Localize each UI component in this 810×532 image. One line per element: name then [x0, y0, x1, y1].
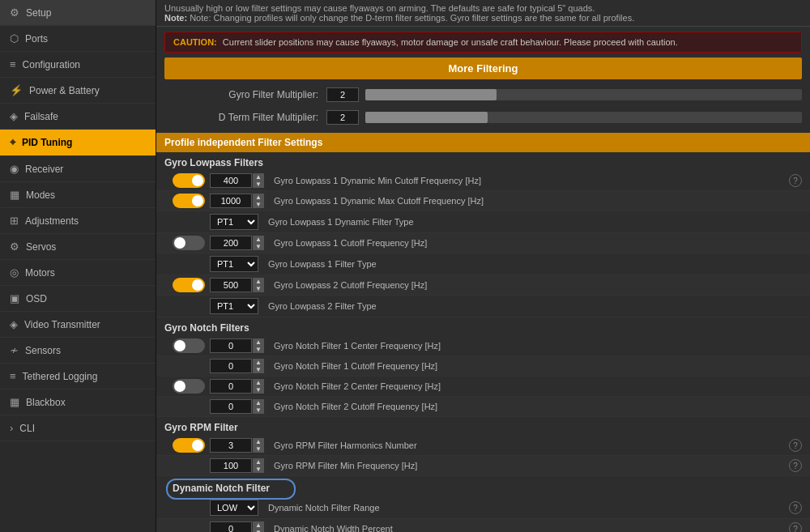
spinner-down[interactable]: ▼	[253, 366, 264, 373]
help-icon[interactable]: ?	[789, 439, 802, 452]
filter-row: ▲ ▼ Gyro Notch Filter 1 Center Frequency…	[156, 336, 810, 356]
filter-select[interactable]: LOW	[210, 500, 258, 516]
spinner-down[interactable]: ▼	[253, 445, 264, 453]
filter-description: Gyro Lowpass 1 Cutoff Frequency [Hz]	[271, 238, 789, 248]
spinner-up[interactable]: ▲	[253, 338, 264, 346]
filter-description: Gyro Lowpass 1 Filter Type	[265, 259, 789, 269]
spinner-down[interactable]: ▼	[253, 466, 264, 473]
filter-row: ▲ ▼ Gyro Lowpass 1 Dynamic Min Cutoff Fr…	[156, 171, 810, 191]
filter-value-input[interactable]	[210, 236, 252, 250]
spinner[interactable]: ▲ ▼	[253, 359, 264, 373]
filter-description: Gyro Notch Filter 2 Cutoff Frequency [Hz…	[271, 402, 789, 411]
gyro-rpm-header: Gyro RPM Filter	[156, 417, 810, 436]
spinner-up[interactable]: ▲	[253, 278, 264, 285]
toggle-on[interactable]	[173, 278, 205, 292]
toggle-on[interactable]	[173, 194, 205, 208]
help-icon[interactable]: ?	[789, 501, 802, 514]
spinner-down[interactable]: ▼	[253, 386, 264, 394]
spinner-up[interactable]: ▲	[253, 379, 264, 386]
d-term-filter-multiplier-slider[interactable]	[365, 112, 802, 123]
toggle-off[interactable]	[173, 236, 205, 250]
sidebar-item-ports[interactable]: ⬡ Ports	[0, 26, 156, 52]
filter-select[interactable]: PT1	[210, 214, 258, 230]
d-term-filter-multiplier-input[interactable]	[326, 110, 359, 125]
spinner-down[interactable]: ▼	[253, 243, 264, 250]
filter-select[interactable]: PT1	[210, 256, 258, 272]
spinner[interactable]: ▲ ▼	[253, 521, 264, 532]
filter-value-input[interactable]	[210, 173, 252, 188]
spinner-up[interactable]: ▲	[253, 521, 264, 529]
filter-description: Gyro RPM Filter Harmonics Number	[271, 440, 786, 450]
spinner-down[interactable]: ▼	[253, 406, 264, 414]
sidebar-item-cli[interactable]: › CLI	[0, 415, 156, 441]
spinner-up[interactable]: ▲	[253, 359, 264, 366]
osd-icon: ▣	[10, 292, 19, 304]
sidebar-item-setup[interactable]: ⚙ Setup	[0, 0, 156, 26]
gyro-rpm-rows: ▲ ▼ Gyro RPM Filter Harmonics Number? ▲ …	[156, 436, 810, 476]
filter-value-input[interactable]	[210, 458, 252, 473]
sidebar-label-modes: Modes	[26, 189, 55, 201]
spinner-up[interactable]: ▲	[253, 399, 264, 406]
filter-value-input[interactable]	[210, 338, 252, 353]
sidebar-item-servos[interactable]: ⚙ Servos	[0, 234, 156, 260]
motors-icon: ◎	[10, 266, 19, 279]
sidebar-label-motors: Motors	[25, 267, 55, 279]
spinner-down[interactable]: ▼	[253, 529, 264, 532]
spinner-up[interactable]: ▲	[253, 438, 264, 445]
filter-value-input[interactable]	[210, 521, 252, 532]
sidebar-label-blackbox: Blackbox	[26, 397, 66, 408]
spinner[interactable]: ▲ ▼	[253, 173, 264, 188]
spinner-down[interactable]: ▼	[253, 181, 264, 188]
sidebar-item-pid-tuning[interactable]: ⌖ PID Tuning	[0, 130, 156, 156]
sidebar-item-blackbox[interactable]: ▦ Blackbox	[0, 389, 156, 415]
sidebar-item-tethered-logging[interactable]: ≡ Tethered Logging	[0, 364, 156, 389]
sidebar-item-failsafe[interactable]: ◈ Failsafe	[0, 104, 156, 130]
help-icon[interactable]: ?	[789, 459, 802, 472]
toggle-off[interactable]	[173, 379, 205, 394]
toggle-on[interactable]	[173, 438, 205, 453]
spinner-down[interactable]: ▼	[253, 285, 264, 292]
spinner-down[interactable]: ▼	[253, 201, 264, 208]
tethered-logging-icon: ≡	[10, 370, 16, 382]
gyro-filter-multiplier-slider[interactable]	[365, 89, 802, 100]
power-battery-icon: ⚡	[10, 84, 23, 96]
spinner[interactable]: ▲ ▼	[253, 379, 264, 394]
filter-value-input[interactable]	[210, 438, 252, 453]
spinner-up[interactable]: ▲	[253, 194, 264, 201]
spinner[interactable]: ▲ ▼	[253, 399, 264, 414]
spinner-down[interactable]: ▼	[253, 346, 264, 353]
filter-value-input[interactable]	[210, 359, 252, 373]
spinner[interactable]: ▲ ▼	[253, 236, 264, 250]
more-filtering-button[interactable]: More Filtering	[164, 57, 802, 79]
sidebar-item-configuration[interactable]: ≡ Configuration	[0, 52, 156, 78]
spinner[interactable]: ▲ ▼	[253, 338, 264, 353]
filter-row: ▲ ▼ Dynamic Notch Width Percent?	[156, 519, 810, 532]
sidebar-item-power-battery[interactable]: ⚡ Power & Battery	[0, 78, 156, 104]
filter-value-input[interactable]	[210, 399, 252, 414]
sidebar-item-osd[interactable]: ▣ OSD	[0, 286, 156, 312]
sidebar-item-modes[interactable]: ▦ Modes	[0, 182, 156, 208]
sidebar-item-video-transmitter[interactable]: ◈ Video Transmitter	[0, 312, 156, 338]
sidebar-item-receiver[interactable]: ◉ Receiver	[0, 156, 156, 182]
filter-value-input[interactable]	[210, 278, 252, 292]
sidebar-label-video-transmitter: Video Transmitter	[24, 319, 100, 330]
spinner-up[interactable]: ▲	[253, 236, 264, 243]
spinner[interactable]: ▲ ▼	[253, 438, 264, 453]
filter-select[interactable]: PT1	[210, 298, 258, 314]
sidebar-label-adjustments: Adjustments	[25, 215, 79, 227]
sidebar-item-motors[interactable]: ◎ Motors	[0, 260, 156, 286]
spinner-up[interactable]: ▲	[253, 173, 264, 181]
spinner[interactable]: ▲ ▼	[253, 458, 264, 473]
filter-value-input[interactable]	[210, 194, 252, 208]
gyro-filter-multiplier-input[interactable]	[326, 87, 359, 102]
spinner[interactable]: ▲ ▼	[253, 194, 264, 208]
spinner-up[interactable]: ▲	[253, 458, 264, 466]
sidebar-item-adjustments[interactable]: ⊞ Adjustments	[0, 208, 156, 234]
toggle-on[interactable]	[173, 173, 205, 188]
help-icon[interactable]: ?	[789, 522, 802, 532]
spinner[interactable]: ▲ ▼	[253, 278, 264, 292]
filter-value-input[interactable]	[210, 379, 252, 394]
help-icon[interactable]: ?	[789, 174, 802, 187]
toggle-off[interactable]	[173, 338, 205, 353]
sidebar-item-sensors[interactable]: ≁ Sensors	[0, 338, 156, 364]
